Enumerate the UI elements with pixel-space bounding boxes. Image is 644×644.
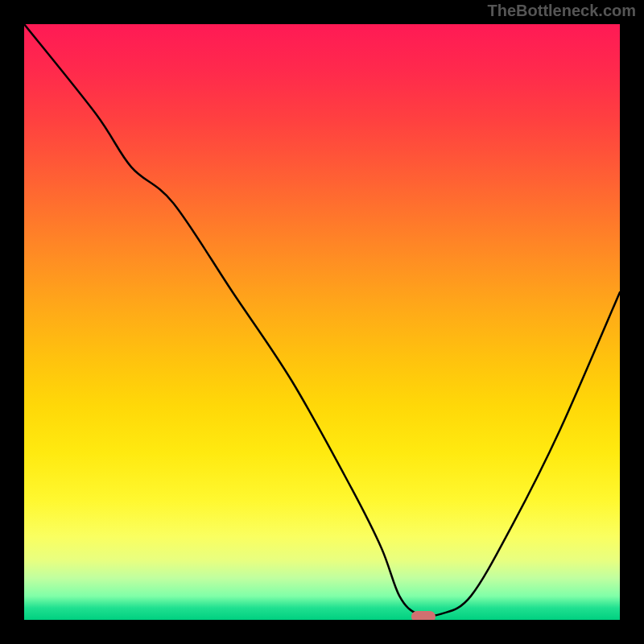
watermark-text: TheBottleneck.com — [488, 2, 636, 20]
optimal-marker — [411, 611, 436, 620]
bottleneck-curve — [24, 24, 620, 616]
chart-container: TheBottleneck.com — [0, 0, 644, 644]
curve-svg — [24, 24, 620, 620]
plot-area — [24, 24, 620, 620]
